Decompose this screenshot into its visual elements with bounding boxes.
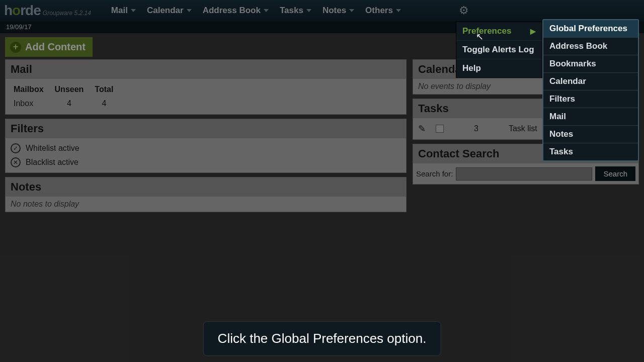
task-count: 3 (474, 124, 478, 133)
brand-version: Groupware 5.2.14 (43, 10, 91, 17)
col-total: Total (93, 83, 121, 96)
filters-panel-title: Filters (6, 119, 406, 138)
submenu-filters[interactable]: Filters (543, 90, 638, 108)
menu-help[interactable]: Help (456, 59, 542, 77)
menu-preferences[interactable]: Preferences ▶ (456, 22, 542, 40)
menu-toggle-alerts[interactable]: Toggle Alerts Log (456, 40, 542, 59)
submenu-tasks[interactable]: Tasks (543, 143, 638, 160)
caret-down-icon (264, 9, 269, 12)
instruction-tooltip: Click the Global Preferences option. (203, 321, 441, 356)
date-text: 19/09/17 (6, 23, 32, 31)
unseen-count: 4 (53, 97, 92, 110)
nav-others-label: Others (365, 6, 393, 16)
caret-down-icon (131, 9, 136, 12)
pencil-icon: ✎ (418, 123, 426, 134)
mail-panel-title: Mail (6, 60, 406, 79)
nav-menu: Mail Calendar Address Book Tasks Notes O… (111, 6, 401, 16)
caret-down-icon (306, 9, 311, 12)
gear-icon: ⚙ (459, 4, 469, 17)
submenu-bookmarks-label: Bookmarks (549, 59, 596, 68)
submenu-addressbook[interactable]: Address Book (543, 37, 638, 55)
notes-empty: No notes to display (6, 197, 406, 212)
mailbox-name: Inbox (12, 97, 52, 110)
submenu-calendar[interactable]: Calendar (543, 72, 638, 90)
col-unseen: Unseen (53, 83, 92, 96)
caret-down-icon (349, 9, 354, 12)
mail-table: Mailbox Unseen Total Inbox 4 4 (11, 82, 122, 111)
blacklist-row[interactable]: ✕ Blacklist active (11, 155, 401, 169)
notes-panel-title: Notes (6, 177, 406, 197)
caret-down-icon (187, 9, 192, 12)
nav-notes-label: Notes (323, 6, 346, 16)
nav-others[interactable]: Others (365, 6, 401, 16)
nav-calendar[interactable]: Calendar (147, 6, 192, 16)
nav-addressbook[interactable]: Address Book (203, 6, 269, 16)
top-navbar: horde Groupware 5.2.14 Mail Calendar Add… (0, 0, 644, 21)
caret-down-icon (396, 9, 401, 12)
menu-preferences-label: Preferences (462, 26, 511, 36)
nav-mail[interactable]: Mail (111, 6, 136, 16)
menu-help-label: Help (462, 63, 481, 73)
search-button[interactable]: Search (595, 166, 635, 181)
submenu-filters-label: Filters (549, 94, 575, 104)
whitelist-label: Whitelist active (26, 144, 79, 153)
preferences-submenu: Global Preferences Address Book Bookmark… (542, 19, 639, 161)
menu-toggle-label: Toggle Alerts Log (462, 45, 534, 55)
search-input[interactable] (456, 167, 592, 180)
notes-panel: Notes No notes to display (5, 177, 407, 212)
nav-tasks-label: Tasks (280, 6, 303, 16)
submenu-notes[interactable]: Notes (543, 125, 638, 143)
submenu-global-preferences[interactable]: Global Preferences (543, 20, 638, 37)
add-content-label: Add Content (25, 41, 86, 53)
check-circle-icon: ✓ (11, 143, 21, 153)
nav-notes[interactable]: Notes (323, 6, 354, 16)
add-content-button[interactable]: + Add Content (5, 37, 93, 57)
col-mailbox: Mailbox (12, 83, 52, 96)
chevron-right-icon: ▶ (530, 27, 536, 35)
nav-mail-label: Mail (111, 6, 128, 16)
submenu-bookmarks[interactable]: Bookmarks (543, 55, 638, 72)
gear-button[interactable]: ⚙ (459, 4, 469, 17)
submenu-addressbook-label: Address Book (549, 41, 607, 51)
search-label: Search for: (416, 169, 453, 178)
whitelist-row[interactable]: ✓ Whitelist active (11, 141, 401, 155)
filters-panel: Filters ✓ Whitelist active ✕ Blacklist a… (5, 119, 407, 173)
x-circle-icon: ✕ (11, 157, 21, 167)
submenu-global-label: Global Preferences (549, 24, 627, 33)
task-checkbox[interactable] (436, 125, 444, 133)
submenu-mail-label: Mail (549, 112, 566, 121)
table-row[interactable]: Inbox 4 4 (12, 97, 121, 110)
task-list-label: Task list (509, 124, 537, 133)
mail-panel: Mail Mailbox Unseen Total Inbox 4 4 (5, 59, 407, 115)
submenu-tasks-label: Tasks (549, 147, 573, 156)
total-count: 4 (93, 97, 121, 110)
nav-addressbook-label: Address Book (203, 6, 261, 16)
gear-dropdown: Preferences ▶ Toggle Alerts Log Help (456, 22, 542, 78)
blacklist-label: Blacklist active (26, 158, 78, 167)
plus-icon: + (10, 42, 21, 53)
brand-logo: horde (4, 3, 41, 19)
submenu-notes-label: Notes (549, 129, 573, 139)
nav-calendar-label: Calendar (147, 6, 184, 16)
submenu-calendar-label: Calendar (549, 76, 586, 86)
nav-tasks[interactable]: Tasks (280, 6, 311, 16)
submenu-mail[interactable]: Mail (543, 108, 638, 125)
